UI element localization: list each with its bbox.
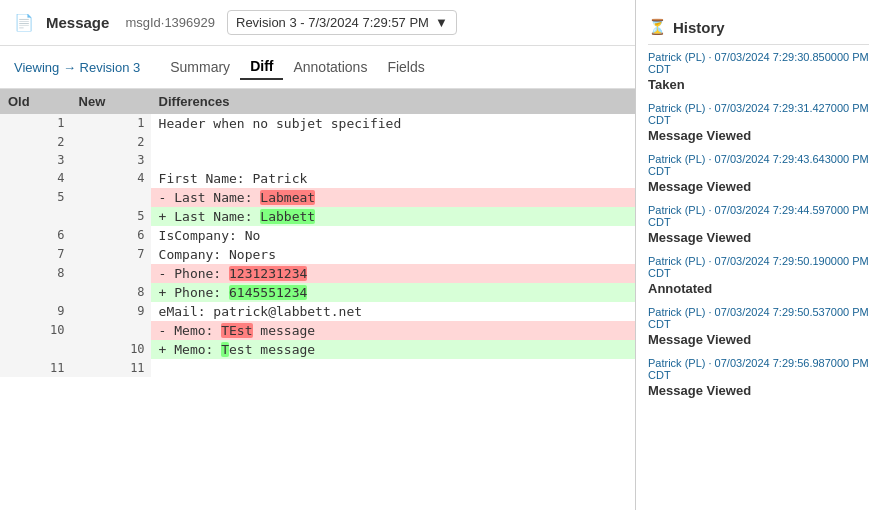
history-meta: Patrick (PL) · 07/03/2024 7:29:43.643000… — [648, 153, 869, 177]
history-list: Patrick (PL) · 07/03/2024 7:29:30.850000… — [648, 51, 869, 408]
history-sidebar: ⏳ History Patrick (PL) · 07/03/2024 7:29… — [636, 0, 881, 510]
col-new: New — [71, 89, 151, 114]
diff-content: - Memo: TEst message — [151, 321, 635, 340]
history-icon: ⏳ — [648, 18, 667, 36]
table-row: 66IsCompany: No — [0, 226, 635, 245]
diff-content: eMail: patrick@labbett.net — [151, 302, 635, 321]
line-num-new: 4 — [71, 169, 151, 188]
breadcrumb: Viewing → Revision 3 — [14, 60, 140, 75]
table-row: 44First Name: Patrick — [0, 169, 635, 188]
main-panel: 📄 Message msgId·1396929 Revision 3 - 7/3… — [0, 0, 636, 510]
history-meta: Patrick (PL) · 07/03/2024 7:29:50.190000… — [648, 255, 869, 279]
diff-highlight: T — [221, 342, 229, 357]
history-entry: Patrick (PL) · 07/03/2024 7:29:31.427000… — [648, 102, 869, 143]
history-meta: Patrick (PL) · 07/03/2024 7:29:31.427000… — [648, 102, 869, 126]
history-meta: Patrick (PL) · 07/03/2024 7:29:30.850000… — [648, 51, 869, 75]
history-entry: Patrick (PL) · 07/03/2024 7:29:30.850000… — [648, 51, 869, 92]
diff-table: Old New Differences 11Header when no sub… — [0, 89, 635, 377]
table-row: 10+ Memo: Test message — [0, 340, 635, 359]
diff-highlight: Labmeat — [260, 190, 315, 205]
diff-header-row: Old New Differences — [0, 89, 635, 114]
line-num-new: 7 — [71, 245, 151, 264]
history-title-label: History — [673, 19, 725, 36]
diff-highlight: 6145551234 — [229, 285, 307, 300]
diff-content — [151, 359, 635, 377]
revision-label: Revision 3 - 7/3/2024 7:29:57 PM — [236, 15, 429, 30]
history-entry: Patrick (PL) · 07/03/2024 7:29:50.537000… — [648, 306, 869, 347]
col-old: Old — [0, 89, 71, 114]
tab-fields[interactable]: Fields — [377, 55, 434, 79]
nav-tabs: Viewing → Revision 3 Summary Diff Annota… — [0, 46, 635, 89]
history-meta: Patrick (PL) · 07/03/2024 7:29:50.537000… — [648, 306, 869, 330]
diff-highlight: 1231231234 — [229, 266, 307, 281]
line-num-new: 3 — [71, 151, 151, 169]
tab-diff[interactable]: Diff — [240, 54, 283, 80]
line-num-new: 5 — [71, 207, 151, 226]
table-row: 77Company: Nopers — [0, 245, 635, 264]
line-num-old: 4 — [0, 169, 71, 188]
table-row: 5+ Last Name: Labbett — [0, 207, 635, 226]
diff-content: First Name: Patrick — [151, 169, 635, 188]
history-meta: Patrick (PL) · 07/03/2024 7:29:56.987000… — [648, 357, 869, 381]
diff-highlight: TEst — [221, 323, 252, 338]
history-meta: Patrick (PL) · 07/03/2024 7:29:44.597000… — [648, 204, 869, 228]
chevron-down-icon: ▼ — [435, 15, 448, 30]
line-num-old: 5 — [0, 188, 71, 207]
line-num-old: 10 — [0, 321, 71, 340]
table-row: 33 — [0, 151, 635, 169]
table-row: 5- Last Name: Labmeat — [0, 188, 635, 207]
history-action: Message Viewed — [648, 128, 869, 143]
diff-content: - Last Name: Labmeat — [151, 188, 635, 207]
table-row: 8+ Phone: 6145551234 — [0, 283, 635, 302]
table-row: 8- Phone: 1231231234 — [0, 264, 635, 283]
revision-dropdown[interactable]: Revision 3 - 7/3/2024 7:29:57 PM ▼ — [227, 10, 457, 35]
history-action: Message Viewed — [648, 383, 869, 398]
history-action: Message Viewed — [648, 230, 869, 245]
tab-annotations[interactable]: Annotations — [283, 55, 377, 79]
header: 📄 Message msgId·1396929 Revision 3 - 7/3… — [0, 0, 635, 46]
diff-content: IsCompany: No — [151, 226, 635, 245]
line-num-new — [71, 264, 151, 283]
diff-highlight: Labbett — [260, 209, 315, 224]
line-num-old: 11 — [0, 359, 71, 377]
line-num-old: 2 — [0, 133, 71, 151]
diff-content: Header when no subjet specified — [151, 114, 635, 133]
history-entry: Patrick (PL) · 07/03/2024 7:29:43.643000… — [648, 153, 869, 194]
line-num-old: 3 — [0, 151, 71, 169]
line-num-old: 8 — [0, 264, 71, 283]
line-num-new — [71, 321, 151, 340]
history-action: Taken — [648, 77, 869, 92]
line-num-new: 1 — [71, 114, 151, 133]
table-row: 1111 — [0, 359, 635, 377]
line-num-old: 9 — [0, 302, 71, 321]
line-num-new: 11 — [71, 359, 151, 377]
history-entry: Patrick (PL) · 07/03/2024 7:29:56.987000… — [648, 357, 869, 398]
line-num-new: 6 — [71, 226, 151, 245]
diff-content — [151, 151, 635, 169]
table-row: 10- Memo: TEst message — [0, 321, 635, 340]
app-container: 📄 Message msgId·1396929 Revision 3 - 7/3… — [0, 0, 881, 510]
line-num-new — [71, 188, 151, 207]
diff-content: + Last Name: Labbett — [151, 207, 635, 226]
history-action: Message Viewed — [648, 179, 869, 194]
header-title: Message — [46, 14, 109, 31]
line-num-old — [0, 340, 71, 359]
history-entry: Patrick (PL) · 07/03/2024 7:29:44.597000… — [648, 204, 869, 245]
line-num-old: 6 — [0, 226, 71, 245]
diff-content: - Phone: 1231231234 — [151, 264, 635, 283]
line-num-new: 9 — [71, 302, 151, 321]
table-row: 22 — [0, 133, 635, 151]
history-action: Annotated — [648, 281, 869, 296]
table-row: 11Header when no subjet specified — [0, 114, 635, 133]
line-num-old: 7 — [0, 245, 71, 264]
line-num-new: 10 — [71, 340, 151, 359]
history-action: Message Viewed — [648, 332, 869, 347]
history-entry: Patrick (PL) · 07/03/2024 7:29:50.190000… — [648, 255, 869, 296]
history-title: ⏳ History — [648, 8, 869, 45]
table-row: 99eMail: patrick@labbett.net — [0, 302, 635, 321]
tab-summary[interactable]: Summary — [160, 55, 240, 79]
diff-container: Old New Differences 11Header when no sub… — [0, 89, 635, 510]
col-differences: Differences — [151, 89, 635, 114]
line-num-old — [0, 207, 71, 226]
diff-content: + Phone: 6145551234 — [151, 283, 635, 302]
